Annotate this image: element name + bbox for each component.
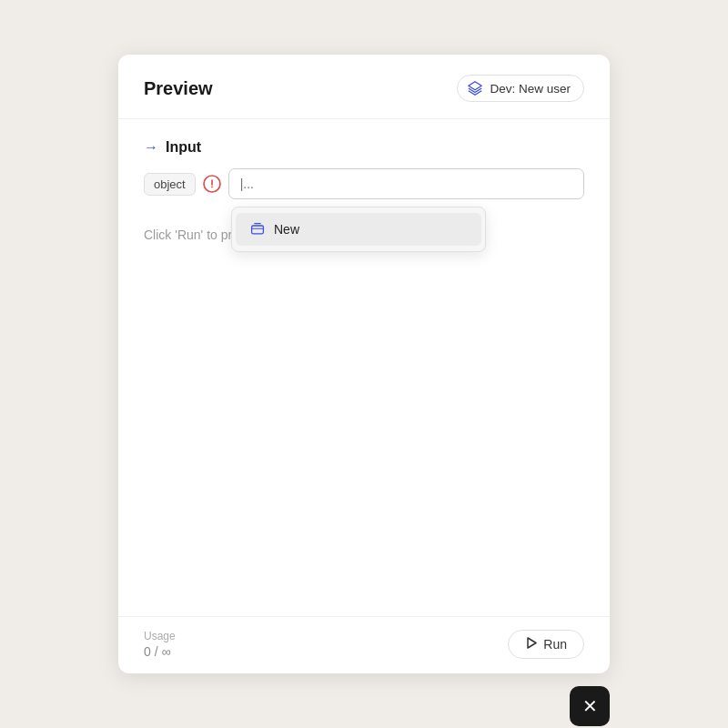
dev-badge-label: Dev: New user [490, 82, 571, 96]
warning-icon[interactable] [203, 175, 221, 193]
layers-icon [467, 80, 483, 96]
modal-header: Preview Dev: New user [118, 55, 610, 119]
input-row: object [144, 168, 584, 199]
dropdown-item-new-label: New [274, 222, 299, 237]
usage-section: Usage 0 / ∞ [144, 630, 176, 659]
dropdown-item-new[interactable]: New [236, 213, 481, 246]
input-section-label: → Input [144, 139, 584, 156]
usage-value: 0 / ∞ [144, 644, 176, 659]
section-title: Input [166, 139, 201, 156]
dropdown-menu: New [231, 207, 486, 252]
svg-rect-3 [252, 226, 264, 234]
run-button-label: Run [543, 637, 567, 652]
run-button[interactable]: Run [508, 630, 584, 659]
modal-body: → Input object [118, 119, 610, 616]
svg-point-2 [211, 187, 213, 188]
new-item-icon [250, 222, 265, 237]
object-badge: object [144, 173, 196, 196]
modal-footer: Usage 0 / ∞ Run [118, 616, 610, 673]
close-icon: ✕ [582, 695, 598, 717]
input-field[interactable] [228, 168, 584, 199]
preview-modal: Preview Dev: New user → Input [118, 55, 610, 673]
dev-badge-button[interactable]: Dev: New user [457, 75, 584, 102]
run-icon [525, 637, 537, 652]
input-arrow-icon: → [144, 139, 158, 156]
close-button[interactable]: ✕ [570, 686, 610, 726]
svg-marker-4 [528, 638, 536, 648]
modal-title: Preview [144, 78, 213, 99]
usage-label: Usage [144, 630, 176, 642]
